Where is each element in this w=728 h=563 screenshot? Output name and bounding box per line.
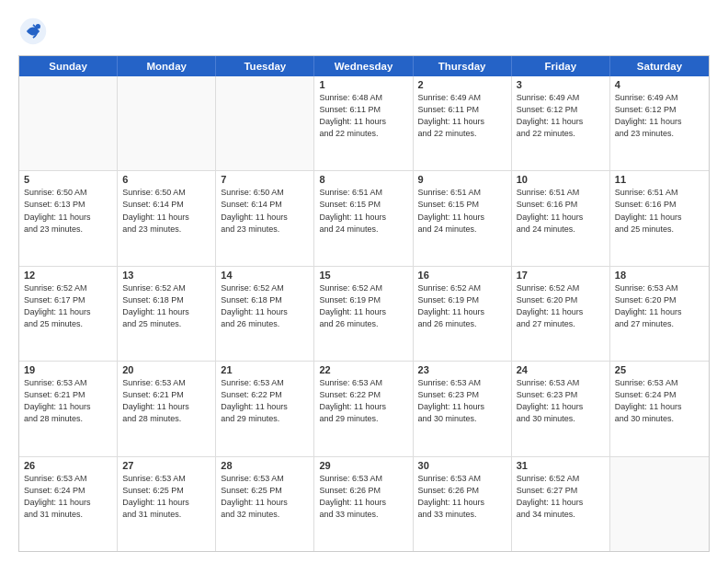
day-number: 21 bbox=[221, 364, 309, 375]
day-info: Sunrise: 6:53 AM Sunset: 6:20 PM Dayligh… bbox=[615, 282, 704, 330]
day-number: 10 bbox=[517, 174, 605, 185]
calendar-day-18: 18Sunrise: 6:53 AM Sunset: 6:20 PM Dayli… bbox=[610, 267, 709, 361]
day-number: 13 bbox=[122, 270, 210, 281]
header-day-sunday: Sunday bbox=[19, 56, 118, 76]
calendar-day-22: 22Sunrise: 6:53 AM Sunset: 6:22 PM Dayli… bbox=[314, 362, 413, 455]
day-info: Sunrise: 6:52 AM Sunset: 6:19 PM Dayligh… bbox=[418, 282, 506, 330]
calendar: SundayMondayTuesdayWednesdayThursdayFrid… bbox=[18, 55, 710, 552]
day-number: 3 bbox=[517, 79, 605, 90]
day-info: Sunrise: 6:53 AM Sunset: 6:24 PM Dayligh… bbox=[615, 377, 704, 425]
day-number: 23 bbox=[418, 364, 506, 375]
day-info: Sunrise: 6:53 AM Sunset: 6:23 PM Dayligh… bbox=[517, 377, 605, 425]
calendar-day-empty-0-2 bbox=[216, 76, 314, 170]
day-number: 4 bbox=[615, 79, 704, 90]
calendar-day-26: 26Sunrise: 6:53 AM Sunset: 6:24 PM Dayli… bbox=[19, 457, 118, 551]
day-info: Sunrise: 6:52 AM Sunset: 6:20 PM Dayligh… bbox=[517, 282, 605, 330]
day-info: Sunrise: 6:53 AM Sunset: 6:26 PM Dayligh… bbox=[418, 473, 506, 521]
day-number: 7 bbox=[221, 174, 309, 185]
calendar-week-5: 26Sunrise: 6:53 AM Sunset: 6:24 PM Dayli… bbox=[19, 457, 709, 551]
day-info: Sunrise: 6:51 AM Sunset: 6:15 PM Dayligh… bbox=[418, 187, 506, 235]
day-info: Sunrise: 6:50 AM Sunset: 6:13 PM Dayligh… bbox=[24, 187, 112, 235]
calendar-day-1: 1Sunrise: 6:48 AM Sunset: 6:11 PM Daylig… bbox=[314, 76, 413, 170]
day-info: Sunrise: 6:51 AM Sunset: 6:16 PM Dayligh… bbox=[615, 187, 704, 235]
calendar-day-20: 20Sunrise: 6:53 AM Sunset: 6:21 PM Dayli… bbox=[118, 362, 216, 455]
calendar-day-7: 7Sunrise: 6:50 AM Sunset: 6:14 PM Daylig… bbox=[216, 171, 314, 265]
page: SundayMondayTuesdayWednesdayThursdayFrid… bbox=[0, 0, 728, 563]
day-number: 30 bbox=[418, 460, 506, 471]
calendar-day-2: 2Sunrise: 6:49 AM Sunset: 6:11 PM Daylig… bbox=[414, 76, 512, 170]
day-number: 28 bbox=[221, 460, 309, 471]
calendar-day-3: 3Sunrise: 6:49 AM Sunset: 6:12 PM Daylig… bbox=[512, 76, 610, 170]
calendar-day-9: 9Sunrise: 6:51 AM Sunset: 6:15 PM Daylig… bbox=[414, 171, 512, 265]
calendar-week-2: 5Sunrise: 6:50 AM Sunset: 6:13 PM Daylig… bbox=[19, 171, 709, 266]
logo bbox=[18, 17, 53, 46]
svg-point-1 bbox=[36, 24, 40, 29]
calendar-week-1: 1Sunrise: 6:48 AM Sunset: 6:11 PM Daylig… bbox=[19, 76, 709, 171]
calendar-week-3: 12Sunrise: 6:52 AM Sunset: 6:17 PM Dayli… bbox=[19, 267, 709, 362]
header bbox=[18, 17, 710, 46]
header-day-friday: Friday bbox=[512, 56, 610, 76]
day-number: 14 bbox=[221, 270, 309, 281]
day-number: 18 bbox=[615, 270, 704, 281]
calendar-day-4: 4Sunrise: 6:49 AM Sunset: 6:12 PM Daylig… bbox=[610, 76, 709, 170]
day-info: Sunrise: 6:53 AM Sunset: 6:21 PM Dayligh… bbox=[24, 377, 112, 425]
calendar-day-29: 29Sunrise: 6:53 AM Sunset: 6:26 PM Dayli… bbox=[314, 457, 413, 551]
day-number: 12 bbox=[24, 270, 112, 281]
header-day-saturday: Saturday bbox=[610, 56, 709, 76]
calendar-day-5: 5Sunrise: 6:50 AM Sunset: 6:13 PM Daylig… bbox=[19, 171, 118, 265]
calendar-header: SundayMondayTuesdayWednesdayThursdayFrid… bbox=[19, 56, 709, 76]
day-info: Sunrise: 6:52 AM Sunset: 6:18 PM Dayligh… bbox=[122, 282, 210, 330]
header-day-monday: Monday bbox=[118, 56, 216, 76]
calendar-day-6: 6Sunrise: 6:50 AM Sunset: 6:14 PM Daylig… bbox=[118, 171, 216, 265]
day-number: 26 bbox=[24, 460, 112, 471]
day-number: 5 bbox=[24, 174, 112, 185]
day-number: 22 bbox=[319, 364, 407, 375]
day-number: 16 bbox=[418, 270, 506, 281]
calendar-day-23: 23Sunrise: 6:53 AM Sunset: 6:23 PM Dayli… bbox=[414, 362, 512, 455]
header-day-thursday: Thursday bbox=[414, 56, 512, 76]
day-info: Sunrise: 6:50 AM Sunset: 6:14 PM Dayligh… bbox=[122, 187, 210, 235]
calendar-day-8: 8Sunrise: 6:51 AM Sunset: 6:15 PM Daylig… bbox=[314, 171, 413, 265]
day-number: 6 bbox=[122, 174, 210, 185]
calendar-day-empty-4-6 bbox=[610, 457, 709, 551]
day-info: Sunrise: 6:53 AM Sunset: 6:25 PM Dayligh… bbox=[221, 473, 309, 521]
calendar-day-27: 27Sunrise: 6:53 AM Sunset: 6:25 PM Dayli… bbox=[118, 457, 216, 551]
day-info: Sunrise: 6:49 AM Sunset: 6:12 PM Dayligh… bbox=[517, 92, 605, 140]
calendar-day-empty-0-0 bbox=[19, 76, 118, 170]
calendar-day-14: 14Sunrise: 6:52 AM Sunset: 6:18 PM Dayli… bbox=[216, 267, 314, 361]
day-number: 31 bbox=[517, 460, 605, 471]
calendar-day-24: 24Sunrise: 6:53 AM Sunset: 6:23 PM Dayli… bbox=[512, 362, 610, 455]
day-info: Sunrise: 6:51 AM Sunset: 6:15 PM Dayligh… bbox=[319, 187, 407, 235]
day-info: Sunrise: 6:53 AM Sunset: 6:25 PM Dayligh… bbox=[122, 473, 210, 521]
day-number: 25 bbox=[615, 364, 704, 375]
day-number: 8 bbox=[319, 174, 407, 185]
day-number: 1 bbox=[319, 79, 407, 90]
day-number: 20 bbox=[122, 364, 210, 375]
day-info: Sunrise: 6:49 AM Sunset: 6:12 PM Dayligh… bbox=[615, 92, 704, 140]
day-info: Sunrise: 6:48 AM Sunset: 6:11 PM Dayligh… bbox=[319, 92, 407, 140]
calendar-day-12: 12Sunrise: 6:52 AM Sunset: 6:17 PM Dayli… bbox=[19, 267, 118, 361]
calendar-day-30: 30Sunrise: 6:53 AM Sunset: 6:26 PM Dayli… bbox=[414, 457, 512, 551]
day-info: Sunrise: 6:53 AM Sunset: 6:21 PM Dayligh… bbox=[122, 377, 210, 425]
day-info: Sunrise: 6:53 AM Sunset: 6:24 PM Dayligh… bbox=[24, 473, 112, 521]
calendar-day-21: 21Sunrise: 6:53 AM Sunset: 6:22 PM Dayli… bbox=[216, 362, 314, 455]
day-info: Sunrise: 6:49 AM Sunset: 6:11 PM Dayligh… bbox=[418, 92, 506, 140]
day-info: Sunrise: 6:52 AM Sunset: 6:19 PM Dayligh… bbox=[319, 282, 407, 330]
day-number: 9 bbox=[418, 174, 506, 185]
calendar-day-17: 17Sunrise: 6:52 AM Sunset: 6:20 PM Dayli… bbox=[512, 267, 610, 361]
header-day-wednesday: Wednesday bbox=[314, 56, 413, 76]
day-number: 27 bbox=[122, 460, 210, 471]
calendar-day-25: 25Sunrise: 6:53 AM Sunset: 6:24 PM Dayli… bbox=[610, 362, 709, 455]
day-info: Sunrise: 6:52 AM Sunset: 6:18 PM Dayligh… bbox=[221, 282, 309, 330]
day-info: Sunrise: 6:52 AM Sunset: 6:27 PM Dayligh… bbox=[517, 473, 605, 521]
day-number: 11 bbox=[615, 174, 704, 185]
day-info: Sunrise: 6:50 AM Sunset: 6:14 PM Dayligh… bbox=[221, 187, 309, 235]
calendar-day-16: 16Sunrise: 6:52 AM Sunset: 6:19 PM Dayli… bbox=[414, 267, 512, 361]
day-number: 17 bbox=[517, 270, 605, 281]
day-info: Sunrise: 6:51 AM Sunset: 6:16 PM Dayligh… bbox=[517, 187, 605, 235]
calendar-day-28: 28Sunrise: 6:53 AM Sunset: 6:25 PM Dayli… bbox=[216, 457, 314, 551]
calendar-day-13: 13Sunrise: 6:52 AM Sunset: 6:18 PM Dayli… bbox=[118, 267, 216, 361]
calendar-day-31: 31Sunrise: 6:52 AM Sunset: 6:27 PM Dayli… bbox=[512, 457, 610, 551]
calendar-day-10: 10Sunrise: 6:51 AM Sunset: 6:16 PM Dayli… bbox=[512, 171, 610, 265]
calendar-day-15: 15Sunrise: 6:52 AM Sunset: 6:19 PM Dayli… bbox=[314, 267, 413, 361]
